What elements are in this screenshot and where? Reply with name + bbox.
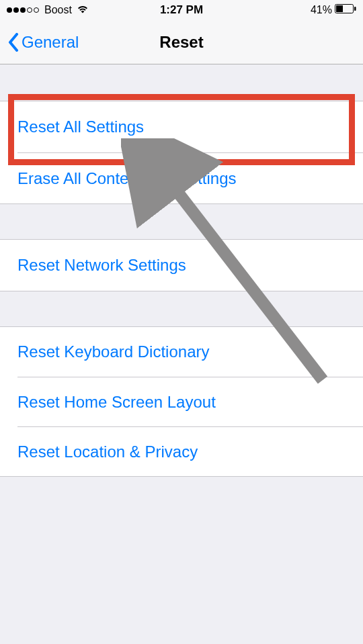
section-gap — [0, 291, 363, 326]
status-time: 1:27 PM — [160, 3, 203, 17]
erase-all-content[interactable]: Erase All Content and Settings — [0, 152, 363, 203]
cell-label: Reset Keyboard Dictionary — [17, 342, 209, 361]
svg-rect-2 — [354, 7, 356, 11]
page-title: Reset — [159, 33, 203, 52]
section-gap — [0, 204, 363, 239]
cell-label: Reset Home Screen Layout — [17, 393, 216, 412]
cell-group-2: Reset Network Settings — [0, 239, 363, 291]
cell-label: Erase All Content and Settings — [17, 169, 237, 188]
cell-group-1: Reset All Settings Erase All Content and… — [0, 101, 363, 204]
chevron-left-icon — [8, 33, 19, 52]
svg-rect-1 — [336, 5, 343, 12]
cell-group-3: Reset Keyboard Dictionary Reset Home Scr… — [0, 326, 363, 477]
back-label: General — [22, 33, 79, 52]
battery-percent: 41% — [311, 4, 332, 16]
status-left: Boost — [7, 3, 89, 17]
status-right: 41% — [311, 4, 356, 16]
section-gap — [0, 64, 363, 101]
carrier-label: Boost — [44, 4, 72, 16]
nav-bar: General Reset — [0, 20, 363, 64]
reset-network-settings[interactable]: Reset Network Settings — [0, 240, 363, 291]
reset-location-privacy[interactable]: Reset Location & Privacy — [0, 426, 363, 476]
reset-all-settings[interactable]: Reset All Settings — [0, 101, 363, 152]
cell-label: Reset Network Settings — [17, 256, 186, 275]
cell-label: Reset Location & Privacy — [17, 443, 198, 461]
reset-keyboard-dictionary[interactable]: Reset Keyboard Dictionary — [0, 327, 363, 377]
wifi-icon — [77, 3, 89, 17]
cell-label: Reset All Settings — [17, 118, 144, 136]
status-bar: Boost 1:27 PM 41% — [0, 0, 363, 20]
back-button[interactable]: General — [8, 33, 79, 52]
battery-icon — [335, 4, 356, 16]
reset-home-screen-layout[interactable]: Reset Home Screen Layout — [0, 377, 363, 426]
signal-strength-icon — [7, 7, 39, 13]
